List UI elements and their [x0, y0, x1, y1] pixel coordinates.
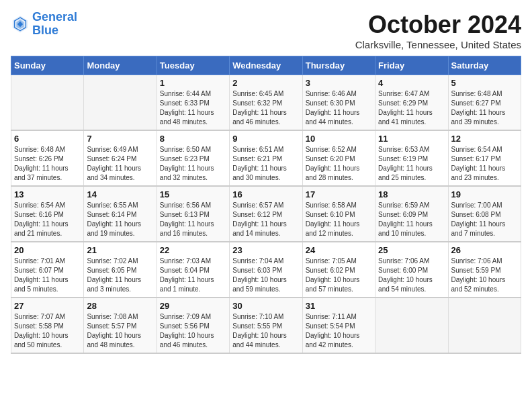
day-detail: Sunrise: 6:48 AMSunset: 6:26 PMDaylight:… — [14, 145, 81, 183]
logo: General Blue — [11, 11, 77, 38]
calendar-cell — [375, 298, 448, 353]
day-detail: Sunrise: 6:48 AMSunset: 6:27 PMDaylight:… — [451, 89, 518, 127]
day-number: 27 — [14, 301, 81, 311]
week-row-4: 27Sunrise: 7:07 AMSunset: 5:58 PMDayligh… — [11, 298, 521, 353]
day-detail: Sunrise: 6:47 AMSunset: 6:29 PMDaylight:… — [378, 89, 445, 127]
calendar-cell: 21Sunrise: 7:02 AMSunset: 6:05 PMDayligh… — [84, 242, 157, 298]
day-number: 15 — [160, 189, 226, 199]
calendar-cell: 6Sunrise: 6:48 AMSunset: 6:26 PMDaylight… — [11, 130, 84, 186]
day-number: 21 — [87, 245, 153, 255]
calendar-cell: 8Sunrise: 6:50 AMSunset: 6:23 PMDaylight… — [157, 130, 229, 186]
day-detail: Sunrise: 7:05 AMSunset: 6:02 PMDaylight:… — [306, 257, 372, 294]
day-number: 1 — [160, 78, 226, 88]
day-number: 11 — [378, 134, 445, 144]
day-number: 18 — [378, 189, 445, 199]
calendar-cell: 18Sunrise: 6:59 AMSunset: 6:09 PMDayligh… — [375, 186, 448, 242]
day-detail: Sunrise: 6:54 AMSunset: 6:17 PMDaylight:… — [451, 145, 518, 183]
calendar-cell: 15Sunrise: 6:56 AMSunset: 6:13 PMDayligh… — [157, 186, 229, 242]
day-number: 10 — [306, 134, 372, 144]
calendar-cell: 4Sunrise: 6:47 AMSunset: 6:29 PMDaylight… — [375, 75, 448, 131]
day-number: 16 — [232, 189, 299, 199]
month-title: October 2024 — [355, 11, 521, 39]
day-detail: Sunrise: 7:07 AMSunset: 5:58 PMDaylight:… — [14, 312, 81, 350]
page-header: General Blue October 2024 Clarksville, T… — [11, 11, 521, 50]
calendar-cell: 1Sunrise: 6:44 AMSunset: 6:33 PMDaylight… — [157, 75, 229, 131]
day-number: 26 — [451, 245, 518, 255]
day-detail: Sunrise: 6:45 AMSunset: 6:32 PMDaylight:… — [232, 89, 299, 127]
day-detail: Sunrise: 7:11 AMSunset: 5:54 PMDaylight:… — [306, 312, 372, 350]
calendar-cell: 12Sunrise: 6:54 AMSunset: 6:17 PMDayligh… — [448, 130, 521, 186]
header-day-thursday: Thursday — [302, 56, 375, 75]
header-day-friday: Friday — [375, 56, 448, 75]
calendar-cell — [448, 298, 521, 353]
day-number: 28 — [87, 301, 153, 311]
day-detail: Sunrise: 7:06 AMSunset: 6:00 PMDaylight:… — [378, 257, 445, 294]
logo-text: General Blue — [32, 11, 77, 38]
week-row-2: 13Sunrise: 6:54 AMSunset: 6:16 PMDayligh… — [11, 186, 521, 242]
title-block: October 2024 Clarksville, Tennessee, Uni… — [355, 11, 521, 50]
day-detail: Sunrise: 7:00 AMSunset: 6:08 PMDaylight:… — [451, 201, 518, 238]
day-detail: Sunrise: 6:59 AMSunset: 6:09 PMDaylight:… — [378, 201, 445, 238]
calendar-cell: 20Sunrise: 7:01 AMSunset: 6:07 PMDayligh… — [11, 242, 84, 298]
week-row-0: 1Sunrise: 6:44 AMSunset: 6:33 PMDaylight… — [11, 75, 521, 131]
location: Clarksville, Tennessee, United States — [355, 39, 521, 50]
day-number: 22 — [160, 245, 226, 255]
day-detail: Sunrise: 6:54 AMSunset: 6:16 PMDaylight:… — [14, 201, 81, 238]
calendar-cell — [11, 75, 84, 131]
calendar-table: SundayMondayTuesdayWednesdayThursdayFrid… — [11, 56, 521, 354]
day-detail: Sunrise: 6:50 AMSunset: 6:23 PMDaylight:… — [160, 145, 226, 183]
header-day-tuesday: Tuesday — [157, 56, 229, 75]
day-detail: Sunrise: 6:44 AMSunset: 6:33 PMDaylight:… — [160, 89, 226, 127]
day-number: 25 — [378, 245, 445, 255]
week-row-1: 6Sunrise: 6:48 AMSunset: 6:26 PMDaylight… — [11, 130, 521, 186]
header-day-monday: Monday — [84, 56, 157, 75]
logo-general: General — [32, 10, 77, 24]
day-number: 6 — [14, 134, 81, 144]
calendar-cell: 25Sunrise: 7:06 AMSunset: 6:00 PMDayligh… — [375, 242, 448, 298]
calendar-cell: 27Sunrise: 7:07 AMSunset: 5:58 PMDayligh… — [11, 298, 84, 353]
day-number: 2 — [232, 78, 299, 88]
calendar-cell: 26Sunrise: 7:06 AMSunset: 5:59 PMDayligh… — [448, 242, 521, 298]
day-number: 5 — [451, 78, 518, 88]
header-row: SundayMondayTuesdayWednesdayThursdayFrid… — [11, 56, 521, 75]
calendar-cell: 19Sunrise: 7:00 AMSunset: 6:08 PMDayligh… — [448, 186, 521, 242]
day-number: 31 — [306, 301, 372, 311]
day-number: 14 — [87, 189, 153, 199]
day-detail: Sunrise: 7:08 AMSunset: 5:57 PMDaylight:… — [87, 312, 153, 350]
day-detail: Sunrise: 6:46 AMSunset: 6:30 PMDaylight:… — [306, 89, 372, 127]
day-number: 23 — [232, 245, 299, 255]
day-detail: Sunrise: 7:06 AMSunset: 5:59 PMDaylight:… — [451, 257, 518, 294]
day-detail: Sunrise: 6:53 AMSunset: 6:19 PMDaylight:… — [378, 145, 445, 183]
day-detail: Sunrise: 6:52 AMSunset: 6:20 PMDaylight:… — [306, 145, 372, 183]
day-detail: Sunrise: 6:51 AMSunset: 6:21 PMDaylight:… — [232, 145, 299, 183]
calendar-cell: 10Sunrise: 6:52 AMSunset: 6:20 PMDayligh… — [302, 130, 375, 186]
day-number: 17 — [306, 189, 372, 199]
calendar-cell: 22Sunrise: 7:03 AMSunset: 6:04 PMDayligh… — [157, 242, 229, 298]
day-number: 9 — [232, 134, 299, 144]
logo-blue: Blue — [32, 24, 58, 37]
calendar-cell: 16Sunrise: 6:57 AMSunset: 6:12 PMDayligh… — [230, 186, 302, 242]
day-number: 29 — [160, 301, 226, 311]
logo-icon — [11, 15, 30, 34]
day-detail: Sunrise: 6:57 AMSunset: 6:12 PMDaylight:… — [232, 201, 299, 238]
day-detail: Sunrise: 7:09 AMSunset: 5:56 PMDaylight:… — [160, 312, 226, 350]
day-number: 13 — [14, 189, 81, 199]
calendar-cell: 23Sunrise: 7:04 AMSunset: 6:03 PMDayligh… — [230, 242, 302, 298]
calendar-cell: 11Sunrise: 6:53 AMSunset: 6:19 PMDayligh… — [375, 130, 448, 186]
day-detail: Sunrise: 6:55 AMSunset: 6:14 PMDaylight:… — [87, 201, 153, 238]
day-detail: Sunrise: 7:04 AMSunset: 6:03 PMDaylight:… — [232, 257, 299, 294]
calendar-cell: 3Sunrise: 6:46 AMSunset: 6:30 PMDaylight… — [302, 75, 375, 131]
calendar-cell: 29Sunrise: 7:09 AMSunset: 5:56 PMDayligh… — [157, 298, 229, 353]
calendar-cell: 5Sunrise: 6:48 AMSunset: 6:27 PMDaylight… — [448, 75, 521, 131]
calendar-cell: 24Sunrise: 7:05 AMSunset: 6:02 PMDayligh… — [302, 242, 375, 298]
calendar-cell: 30Sunrise: 7:10 AMSunset: 5:55 PMDayligh… — [230, 298, 302, 353]
day-detail: Sunrise: 7:03 AMSunset: 6:04 PMDaylight:… — [160, 257, 226, 294]
day-detail: Sunrise: 7:01 AMSunset: 6:07 PMDaylight:… — [14, 257, 81, 294]
header-day-wednesday: Wednesday — [230, 56, 302, 75]
day-detail: Sunrise: 6:58 AMSunset: 6:10 PMDaylight:… — [306, 201, 372, 238]
day-number: 8 — [160, 134, 226, 144]
day-number: 30 — [232, 301, 299, 311]
calendar-cell — [84, 75, 157, 131]
calendar-cell: 28Sunrise: 7:08 AMSunset: 5:57 PMDayligh… — [84, 298, 157, 353]
day-detail: Sunrise: 6:56 AMSunset: 6:13 PMDaylight:… — [160, 201, 226, 238]
